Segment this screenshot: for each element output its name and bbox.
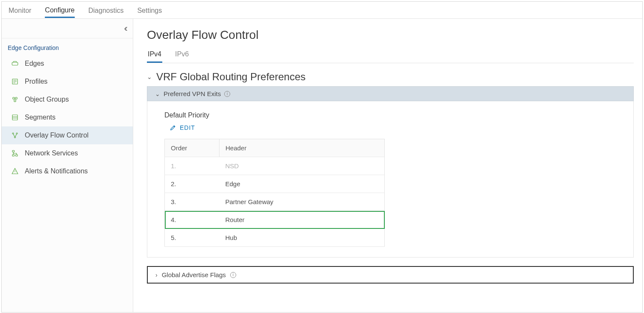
main-content: Overlay Flow Control IPv4 IPv6 ⌄ VRF Glo… [133, 19, 642, 312]
info-icon[interactable]: i [230, 272, 236, 278]
sidebar-item-network-services[interactable]: Network Services [2, 144, 133, 162]
table-row: 3. Partner Gateway [165, 193, 385, 211]
vpn-exits-title: Preferred VPN Exits [164, 90, 221, 97]
profiles-icon [11, 78, 19, 85]
edit-label: EDIT [180, 124, 195, 131]
object-groups-icon [11, 96, 19, 103]
svg-rect-5 [12, 115, 18, 120]
table-row: 5. Hub [165, 229, 385, 247]
cell-order: 4. [165, 211, 220, 229]
svg-point-2 [13, 97, 15, 99]
table-row-highlighted[interactable]: 4. Router [165, 211, 385, 229]
cell-order: 2. [165, 175, 220, 193]
cell-header: Hub [220, 229, 385, 247]
info-icon[interactable]: i [224, 91, 230, 97]
col-header-header: Header [220, 139, 385, 157]
sub-tabs: IPv4 IPv6 [147, 47, 634, 63]
cell-order: 3. [165, 193, 220, 211]
sidebar-item-profiles[interactable]: Profiles [2, 73, 133, 91]
collapse-sidebar-icon[interactable]: ‹‹ [124, 23, 125, 34]
page-title: Overlay Flow Control [147, 28, 634, 42]
tab-settings[interactable]: Settings [137, 3, 162, 17]
cell-order: 1. [165, 157, 220, 175]
flags-panel-title: Global Advertise Flags [162, 271, 226, 278]
cell-header: NSD [220, 157, 385, 175]
sidebar: ‹‹ Edge Configuration Edges Profiles O [2, 19, 133, 312]
sidebar-item-label: Object Groups [25, 96, 69, 103]
default-priority-label: Default Priority [164, 111, 616, 119]
chevron-right-icon: › [155, 272, 158, 278]
segments-icon [11, 114, 19, 121]
vpn-exits-panel-header[interactable]: ⌄ Preferred VPN Exits i [147, 86, 634, 101]
sidebar-item-label: Overlay Flow Control [25, 132, 88, 139]
cell-header: Edge [220, 175, 385, 193]
table-row: 2. Edge [165, 175, 385, 193]
top-tabs: Monitor Configure Diagnostics Settings [2, 2, 642, 19]
alerts-icon [11, 167, 19, 175]
chevron-down-icon: ⌄ [155, 91, 160, 97]
cell-order: 5. [165, 229, 220, 247]
svg-rect-10 [12, 155, 15, 156]
tab-diagnostics[interactable]: Diagnostics [88, 3, 124, 17]
sidebar-group-title: Edge Configuration [2, 38, 133, 55]
svg-rect-9 [12, 150, 15, 152]
sidebar-item-label: Alerts & Notifications [25, 167, 88, 175]
svg-point-3 [15, 97, 18, 99]
svg-point-7 [16, 133, 18, 134]
section-title: VRF Global Routing Preferences [156, 71, 306, 83]
table-row: 1. NSD [165, 157, 385, 175]
subtab-ipv4[interactable]: IPv4 [147, 47, 162, 63]
sidebar-item-label: Network Services [25, 149, 78, 157]
svg-rect-0 [12, 62, 18, 65]
chevron-down-icon[interactable]: ⌄ [147, 73, 152, 80]
cell-header: Partner Gateway [220, 193, 385, 211]
svg-rect-11 [16, 155, 18, 156]
sidebar-item-edges[interactable]: Edges [2, 55, 133, 73]
edit-button[interactable]: EDIT [170, 124, 195, 131]
cell-header: Router [220, 211, 385, 229]
edges-icon [11, 60, 19, 67]
vpn-exits-panel-body: Default Priority EDIT Order Header 1 [147, 101, 634, 257]
svg-point-4 [14, 100, 16, 102]
sidebar-item-overlay-flow-control[interactable]: Overlay Flow Control [2, 126, 133, 144]
pencil-icon [170, 124, 176, 131]
svg-point-6 [12, 133, 14, 134]
sidebar-item-label: Segments [25, 114, 56, 121]
sidebar-item-label: Profiles [25, 78, 47, 85]
svg-point-8 [15, 137, 16, 138]
priority-table: Order Header 1. NSD 2. Edge [164, 139, 385, 247]
overlay-flow-icon [11, 132, 19, 139]
sidebar-item-object-groups[interactable]: Object Groups [2, 91, 133, 108]
subtab-ipv6[interactable]: IPv6 [174, 47, 190, 63]
sidebar-item-label: Edges [25, 60, 44, 67]
sidebar-item-segments[interactable]: Segments [2, 108, 133, 126]
network-services-icon [11, 149, 19, 157]
col-order-header: Order [165, 139, 220, 157]
tab-configure[interactable]: Configure [45, 3, 74, 18]
tab-monitor[interactable]: Monitor [9, 3, 31, 17]
sidebar-item-alerts[interactable]: Alerts & Notifications [2, 162, 133, 180]
global-advertise-flags-panel[interactable]: › Global Advertise Flags i [147, 266, 634, 284]
